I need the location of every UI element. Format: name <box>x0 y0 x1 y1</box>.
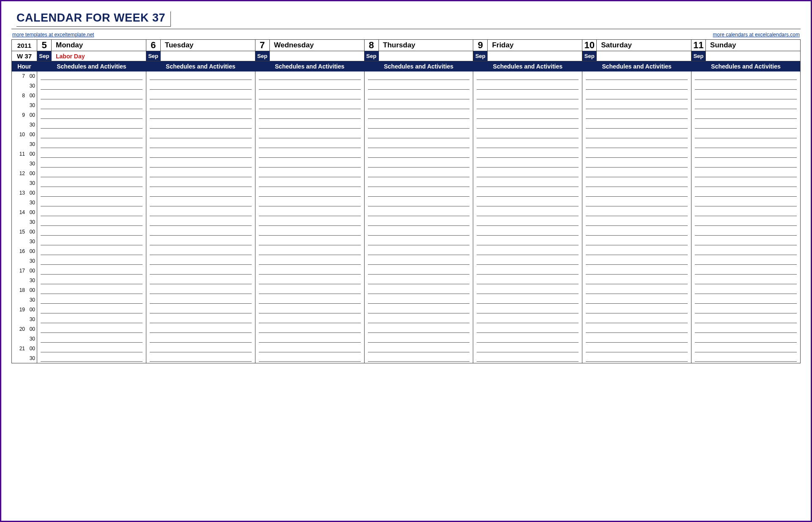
schedule-cell[interactable] <box>364 101 473 110</box>
schedule-cell[interactable] <box>473 110 582 120</box>
schedule-cell[interactable] <box>37 130 146 140</box>
schedule-cell[interactable] <box>691 295 801 305</box>
calendars-link[interactable]: more calendars at excelcalendars.com <box>713 32 800 38</box>
schedule-cell[interactable] <box>364 120 473 130</box>
schedule-cell[interactable] <box>582 227 691 237</box>
schedule-cell[interactable] <box>255 120 364 130</box>
schedule-cell[interactable] <box>473 217 582 227</box>
schedule-cell[interactable] <box>37 305 146 315</box>
schedule-cell[interactable] <box>255 198 364 208</box>
schedule-cell[interactable] <box>146 159 255 169</box>
schedule-cell[interactable] <box>255 71 364 81</box>
schedule-cell[interactable] <box>691 101 801 110</box>
schedule-cell[interactable] <box>691 237 801 247</box>
schedule-cell[interactable] <box>37 237 146 247</box>
schedule-cell[interactable] <box>37 110 146 120</box>
schedule-cell[interactable] <box>582 179 691 188</box>
schedule-cell[interactable] <box>146 71 255 81</box>
schedule-cell[interactable] <box>37 256 146 266</box>
schedule-cell[interactable] <box>255 237 364 247</box>
schedule-cell[interactable] <box>364 354 473 363</box>
schedule-cell[interactable] <box>691 169 801 179</box>
schedule-cell[interactable] <box>473 334 582 344</box>
schedule-cell[interactable] <box>146 276 255 286</box>
schedule-cell[interactable] <box>255 179 364 188</box>
schedule-cell[interactable] <box>255 169 364 179</box>
schedule-cell[interactable] <box>37 149 146 159</box>
schedule-cell[interactable] <box>691 354 801 363</box>
schedule-cell[interactable] <box>582 159 691 169</box>
schedule-cell[interactable] <box>691 324 801 334</box>
schedule-cell[interactable] <box>37 276 146 286</box>
schedule-cell[interactable] <box>364 256 473 266</box>
schedule-cell[interactable] <box>691 179 801 188</box>
schedule-cell[interactable] <box>255 110 364 120</box>
schedule-cell[interactable] <box>473 101 582 110</box>
schedule-cell[interactable] <box>37 101 146 110</box>
schedule-cell[interactable] <box>146 208 255 217</box>
schedule-cell[interactable] <box>37 198 146 208</box>
schedule-cell[interactable] <box>582 324 691 334</box>
schedule-cell[interactable] <box>364 334 473 344</box>
schedule-cell[interactable] <box>146 149 255 159</box>
schedule-cell[interactable] <box>364 324 473 334</box>
schedule-cell[interactable] <box>255 130 364 140</box>
schedule-cell[interactable] <box>691 344 801 354</box>
schedule-cell[interactable] <box>255 334 364 344</box>
schedule-cell[interactable] <box>146 247 255 256</box>
schedule-cell[interactable] <box>364 227 473 237</box>
schedule-cell[interactable] <box>364 315 473 324</box>
schedule-cell[interactable] <box>255 208 364 217</box>
schedule-cell[interactable] <box>364 91 473 101</box>
schedule-cell[interactable] <box>582 295 691 305</box>
schedule-cell[interactable] <box>255 227 364 237</box>
schedule-cell[interactable] <box>37 295 146 305</box>
schedule-cell[interactable] <box>364 159 473 169</box>
schedule-cell[interactable] <box>691 159 801 169</box>
schedule-cell[interactable] <box>255 315 364 324</box>
schedule-cell[interactable] <box>255 305 364 315</box>
schedule-cell[interactable] <box>582 130 691 140</box>
schedule-cell[interactable] <box>473 71 582 81</box>
schedule-cell[interactable] <box>255 217 364 227</box>
schedule-cell[interactable] <box>37 188 146 198</box>
schedule-cell[interactable] <box>146 324 255 334</box>
schedule-cell[interactable] <box>146 305 255 315</box>
schedule-cell[interactable] <box>146 101 255 110</box>
schedule-cell[interactable] <box>582 188 691 198</box>
schedule-cell[interactable] <box>146 81 255 91</box>
schedule-cell[interactable] <box>473 266 582 276</box>
schedule-cell[interactable] <box>582 286 691 295</box>
schedule-cell[interactable] <box>146 344 255 354</box>
schedule-cell[interactable] <box>691 315 801 324</box>
schedule-cell[interactable] <box>473 237 582 247</box>
schedule-cell[interactable] <box>255 91 364 101</box>
schedule-cell[interactable] <box>364 110 473 120</box>
schedule-cell[interactable] <box>255 295 364 305</box>
schedule-cell[interactable] <box>146 110 255 120</box>
schedule-cell[interactable] <box>255 324 364 334</box>
schedule-cell[interactable] <box>582 198 691 208</box>
schedule-cell[interactable] <box>691 130 801 140</box>
schedule-cell[interactable] <box>691 149 801 159</box>
schedule-cell[interactable] <box>255 344 364 354</box>
schedule-cell[interactable] <box>146 130 255 140</box>
schedule-cell[interactable] <box>473 227 582 237</box>
schedule-cell[interactable] <box>37 120 146 130</box>
schedule-cell[interactable] <box>473 140 582 149</box>
schedule-cell[interactable] <box>37 179 146 188</box>
schedule-cell[interactable] <box>691 120 801 130</box>
schedule-cell[interactable] <box>255 159 364 169</box>
schedule-cell[interactable] <box>146 91 255 101</box>
schedule-cell[interactable] <box>582 256 691 266</box>
schedule-cell[interactable] <box>691 198 801 208</box>
schedule-cell[interactable] <box>473 315 582 324</box>
schedule-cell[interactable] <box>582 247 691 256</box>
schedule-cell[interactable] <box>37 266 146 276</box>
schedule-cell[interactable] <box>364 247 473 256</box>
schedule-cell[interactable] <box>473 324 582 334</box>
schedule-cell[interactable] <box>691 227 801 237</box>
schedule-cell[interactable] <box>364 276 473 286</box>
schedule-cell[interactable] <box>37 324 146 334</box>
schedule-cell[interactable] <box>582 169 691 179</box>
